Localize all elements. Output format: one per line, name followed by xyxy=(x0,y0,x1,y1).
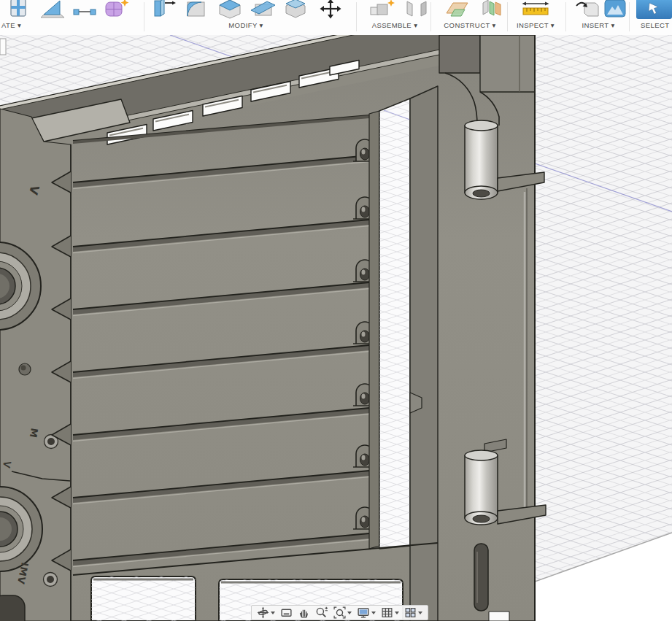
group-label-create[interactable]: ATE ▾ xyxy=(1,21,21,29)
look-at-icon[interactable] xyxy=(279,606,294,620)
joint-icon[interactable] xyxy=(403,0,430,20)
move-copy-icon[interactable] xyxy=(315,0,346,20)
shell-icon[interactable] xyxy=(216,0,244,20)
group-label-assemble[interactable]: ASSEMBLE ▾ xyxy=(372,21,418,29)
fillet-icon[interactable] xyxy=(182,0,210,20)
fusion-360-window: ATE ▾ MODIFY ▾ ASSEMBLE ▾ CONSTRUCT ▾ IN… xyxy=(0,0,672,621)
top-toolbar: ATE ▾ MODIFY ▾ ASSEMBLE ▾ CONSTRUCT ▾ IN… xyxy=(0,0,672,36)
group-label-insert[interactable]: INSERT ▾ xyxy=(582,21,614,29)
viewports-icon[interactable] xyxy=(403,606,424,620)
toolbar-separator xyxy=(430,2,431,31)
sheet-metal-model: V M < IMV xyxy=(0,35,546,621)
scene-canvas: V M < IMV xyxy=(0,35,672,621)
dropdown-caret[interactable] xyxy=(418,612,422,614)
dropdown-caret[interactable] xyxy=(271,612,275,614)
dropdown-caret[interactable] xyxy=(395,612,399,614)
bottom-opening-left xyxy=(91,576,196,621)
3d-viewport[interactable]: V M < IMV xyxy=(0,35,672,621)
toolbar-separator xyxy=(565,2,566,31)
form-icon[interactable] xyxy=(102,0,131,20)
bottom-notch xyxy=(489,612,509,621)
construct-plane-icon[interactable] xyxy=(444,0,474,20)
hole-icon[interactable] xyxy=(6,0,31,20)
orbit-icon[interactable] xyxy=(255,606,277,620)
display-settings-icon[interactable] xyxy=(355,606,377,620)
zoom-icon[interactable] xyxy=(314,606,330,620)
split-body-icon[interactable] xyxy=(250,0,277,20)
canvas-icon[interactable] xyxy=(603,0,627,20)
toolbar-separator xyxy=(507,2,508,31)
rib-icon[interactable] xyxy=(38,0,67,20)
decal-icon[interactable] xyxy=(573,0,601,20)
toolbar-separator xyxy=(144,2,144,31)
view-navigation-bar xyxy=(251,605,428,620)
dropdown-caret[interactable] xyxy=(371,612,376,614)
new-component-icon[interactable] xyxy=(368,0,398,20)
construct-axis-icon[interactable] xyxy=(479,0,506,20)
open-gap xyxy=(379,99,410,549)
group-label-construct[interactable]: CONSTRUCT ▾ xyxy=(444,21,495,29)
small-hole xyxy=(19,363,31,375)
layout-grid-icon[interactable] xyxy=(379,606,401,620)
group-label-inspect[interactable]: INSPECT ▾ xyxy=(517,21,555,29)
toolbar-separator xyxy=(356,2,357,31)
group-label-modify[interactable]: MODIFY ▾ xyxy=(228,21,263,29)
sketch-points-icon[interactable] xyxy=(72,0,98,20)
dropdown-caret[interactable] xyxy=(347,612,352,614)
screw-hole-bottom xyxy=(44,573,58,587)
bottom-left-slot xyxy=(0,595,25,621)
louver-return-flange xyxy=(369,111,379,549)
select-icon[interactable] xyxy=(636,0,672,20)
group-label-select[interactable]: SELECT xyxy=(641,21,669,29)
oblong-slot xyxy=(474,544,488,611)
marking-m: M xyxy=(28,427,40,438)
pan-icon[interactable] xyxy=(296,606,312,620)
offset-face-icon[interactable] xyxy=(282,0,309,20)
browser-collapse-tab[interactable] xyxy=(0,39,6,55)
measure-icon[interactable] xyxy=(520,0,552,20)
fit-icon[interactable] xyxy=(332,606,353,620)
toolbar-separator xyxy=(629,2,630,31)
press-pull-icon[interactable] xyxy=(149,0,178,20)
